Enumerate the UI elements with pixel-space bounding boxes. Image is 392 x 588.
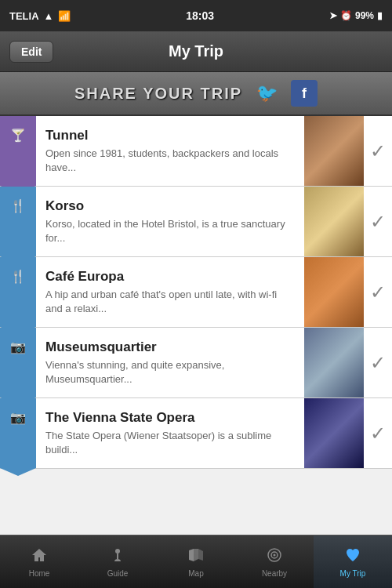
item-title: Café Europa [45, 269, 296, 285]
signal-icon: ▲ [44, 10, 54, 22]
my-trip-label: My Trip [340, 569, 366, 578]
tab-my-trip[interactable]: My Trip [314, 535, 392, 588]
map-label: Map [188, 569, 203, 578]
checkmark-icon: ✓ [370, 352, 386, 374]
checkmark-col: ✓ [364, 398, 392, 468]
list-item[interactable]: 🍸 Tunnel Open since 1981, students, back… [0, 116, 392, 187]
svg-marker-2 [194, 549, 198, 561]
share-text: SHARE YOUR TRIP [74, 85, 242, 103]
item-icon-col: 🍴 [0, 257, 36, 327]
item-category-icon: 📷 [7, 406, 29, 428]
list-container: 🍸 Tunnel Open since 1981, students, back… [0, 116, 392, 535]
map-icon [187, 546, 205, 564]
home-icon [31, 546, 48, 564]
wifi-icon: 📶 [58, 10, 71, 22]
checkmark-icon: ✓ [370, 211, 386, 233]
nearby-label: Nearby [262, 569, 287, 578]
edit-button[interactable]: Edit [9, 41, 53, 63]
battery-text: 99% [355, 10, 374, 21]
status-left: TELIA ▲ 📶 [9, 10, 71, 22]
item-title: Tunnel [45, 128, 296, 143]
map-icon [187, 546, 205, 567]
item-category-icon: 🍸 [7, 124, 29, 146]
home-label: Home [29, 569, 50, 578]
guide-label: Guide [107, 569, 129, 578]
item-category-icon: 🍴 [7, 265, 29, 287]
tab-bar: Home Guide Map Nearby My Trip [0, 535, 392, 588]
carrier-text: TELIA [9, 10, 39, 22]
item-title: Museumsquartier [45, 339, 296, 355]
item-icon-col: 📷 [0, 398, 36, 468]
item-description: Open since 1981, students, backpackers a… [45, 147, 296, 174]
my-trip-icon [344, 546, 361, 567]
guide-icon [109, 546, 126, 564]
tab-home[interactable]: Home [0, 535, 78, 588]
item-content: Museumsquartier Vienna's stunning, and q… [36, 328, 304, 397]
item-title: Korso [45, 198, 296, 214]
share-banner: SHARE YOUR TRIP 🐦 f [0, 72, 392, 116]
checkmark-col: ✓ [364, 257, 392, 327]
nav-title: My Trip [169, 42, 223, 60]
checkmark-icon: ✓ [370, 281, 386, 303]
item-thumbnail [304, 187, 364, 256]
status-time: 18:03 [186, 9, 214, 22]
item-description: A hip and urban café that's open until l… [45, 288, 296, 315]
my-trip-icon [344, 546, 361, 564]
svg-rect-1 [117, 554, 118, 559]
tab-map[interactable]: Map [157, 535, 235, 588]
guide-icon [109, 546, 126, 567]
list-item[interactable]: 📷 Museumsquartier Vienna's stunning, and… [0, 328, 392, 398]
tab-guide[interactable]: Guide [78, 535, 157, 588]
item-icon-col: 📷 [0, 328, 36, 397]
checkmark-col: ✓ [364, 187, 392, 256]
home-icon [31, 546, 48, 567]
list-item[interactable]: 📷 The Vienna State Opera The State Opera… [0, 398, 392, 469]
item-category-icon: 📷 [7, 336, 29, 358]
checkmark-icon: ✓ [370, 140, 386, 162]
item-thumbnail [304, 257, 364, 327]
list-item[interactable]: 🍴 Korso Korso, located in the Hotel Bris… [0, 187, 392, 257]
item-description: The State Opera (Wiener Staatsoper) is a… [45, 429, 296, 456]
twitter-icon[interactable]: 🐦 [253, 80, 280, 107]
nearby-icon [266, 546, 283, 564]
facebook-icon[interactable]: f [291, 80, 318, 107]
svg-marker-4 [198, 549, 203, 561]
tab-nearby[interactable]: Nearby [235, 535, 314, 588]
list-item[interactable]: 🍴 Café Europa A hip and urban café that'… [0, 257, 392, 328]
nav-bar: Edit My Trip [0, 31, 392, 72]
item-category-icon: 🍴 [7, 194, 29, 216]
checkmark-col: ✓ [364, 116, 392, 186]
checkmark-col: ✓ [364, 328, 392, 397]
nearby-icon [266, 546, 283, 567]
status-right: ➤ ⏰ 99% ▮ [329, 10, 383, 21]
item-thumbnail [304, 116, 364, 186]
item-content: Tunnel Open since 1981, students, backpa… [36, 116, 304, 186]
item-icon-col: 🍴 [0, 187, 36, 256]
alarm-icon: ⏰ [340, 10, 352, 21]
item-icon-col: 🍸 [0, 116, 36, 186]
item-content: The Vienna State Opera The State Opera (… [36, 398, 304, 468]
battery-icon: ▮ [377, 10, 383, 21]
location-icon: ➤ [329, 10, 337, 21]
svg-point-0 [115, 549, 120, 554]
item-thumbnail [304, 328, 364, 397]
svg-point-7 [274, 554, 276, 556]
item-description: Korso, located in the Hotel Bristol, is … [45, 217, 296, 245]
checkmark-icon: ✓ [370, 423, 386, 445]
svg-marker-3 [189, 549, 194, 561]
item-content: Korso Korso, located in the Hotel Bristo… [36, 187, 304, 256]
item-thumbnail [304, 398, 364, 468]
status-bar: TELIA ▲ 📶 18:03 ➤ ⏰ 99% ▮ [0, 0, 392, 31]
item-content: Café Europa A hip and urban café that's … [36, 257, 304, 327]
item-description: Vienna's stunning, and quite expansive, … [45, 358, 296, 386]
item-title: The Vienna State Opera [45, 410, 296, 426]
